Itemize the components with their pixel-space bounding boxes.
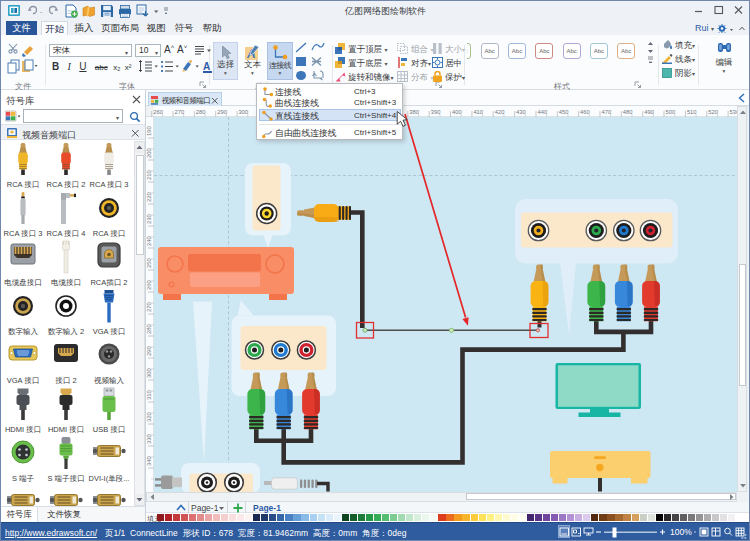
svg-text:200: 200 xyxy=(146,148,152,158)
svg-text:300: 300 xyxy=(239,109,249,115)
svg-text:420: 420 xyxy=(495,109,505,115)
svg-text:220: 220 xyxy=(146,192,152,202)
svg-text:-: - xyxy=(40,8,43,15)
svg-text:230: 230 xyxy=(146,214,152,224)
svg-text:270: 270 xyxy=(175,109,185,115)
svg-text:400: 400 xyxy=(452,109,462,115)
svg-text:470: 470 xyxy=(602,109,612,115)
svg-text:410: 410 xyxy=(473,109,483,115)
svg-text:430: 430 xyxy=(516,109,526,115)
svg-text:480: 480 xyxy=(623,109,633,115)
svg-text:310: 310 xyxy=(146,390,152,400)
svg-text:290: 290 xyxy=(146,346,152,356)
svg-text:250: 250 xyxy=(146,258,152,268)
svg-text:530: 530 xyxy=(730,109,737,115)
svg-text:440: 440 xyxy=(538,109,548,115)
svg-text:190: 190 xyxy=(146,126,152,136)
svg-text:300: 300 xyxy=(146,368,152,378)
svg-text:340: 340 xyxy=(146,456,152,466)
svg-text:330: 330 xyxy=(146,434,152,444)
svg-text:460: 460 xyxy=(580,109,590,115)
svg-text:260: 260 xyxy=(153,109,163,115)
svg-text:100%: 100% xyxy=(670,527,692,537)
svg-text:280: 280 xyxy=(146,324,152,334)
svg-text:210: 210 xyxy=(146,170,152,180)
svg-text:240: 240 xyxy=(146,236,152,246)
svg-text:390: 390 xyxy=(431,109,441,115)
svg-text:500: 500 xyxy=(666,109,676,115)
svg-text:380: 380 xyxy=(409,109,419,115)
svg-text:270: 270 xyxy=(146,302,152,312)
svg-text:450: 450 xyxy=(559,109,569,115)
svg-text:280: 280 xyxy=(196,109,206,115)
svg-text:520: 520 xyxy=(708,109,718,115)
svg-text:510: 510 xyxy=(687,109,697,115)
svg-text:260: 260 xyxy=(146,280,152,290)
svg-text:490: 490 xyxy=(644,109,654,115)
svg-text:290: 290 xyxy=(217,109,227,115)
svg-text:320: 320 xyxy=(146,412,152,422)
